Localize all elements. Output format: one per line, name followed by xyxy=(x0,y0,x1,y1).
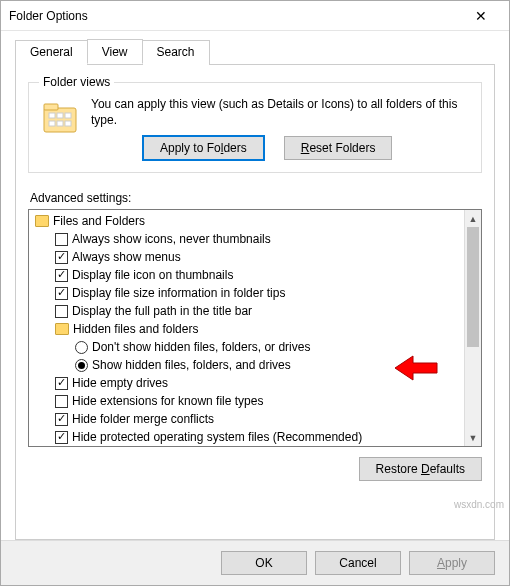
reset-folders-button[interactable]: Reset Folders xyxy=(284,136,393,160)
option-hide-protected-os[interactable]: ✓ Hide protected operating system files … xyxy=(29,428,464,446)
svg-rect-4 xyxy=(65,113,71,118)
checkbox-icon[interactable] xyxy=(55,233,68,246)
checkbox-icon[interactable]: ✓ xyxy=(55,377,68,390)
svg-rect-1 xyxy=(44,104,58,110)
option-hide-empty-drives[interactable]: ✓ Hide empty drives xyxy=(29,374,464,392)
option-label: Hidden files and folders xyxy=(73,322,198,336)
svg-rect-0 xyxy=(44,108,76,132)
checkbox-icon[interactable] xyxy=(55,395,68,408)
folder-views-legend: Folder views xyxy=(39,75,114,89)
folder-views-icon xyxy=(39,97,81,139)
option-label: Hide empty drives xyxy=(72,376,168,390)
folder-icon xyxy=(35,215,49,227)
option-label: Hide folder merge conflicts xyxy=(72,412,214,426)
folder-options-window: Folder Options ✕ General View Search Fol… xyxy=(0,0,510,586)
option-hide-extensions[interactable]: Hide extensions for known file types xyxy=(29,392,464,410)
svg-rect-6 xyxy=(57,121,63,126)
advanced-settings-label: Advanced settings: xyxy=(30,191,482,205)
close-icon[interactable]: ✕ xyxy=(461,8,501,24)
option-label: Always show menus xyxy=(72,250,181,264)
option-file-icon-thumb[interactable]: ✓ Display file icon on thumbnails xyxy=(29,266,464,284)
folder-views-desc: You can apply this view (such as Details… xyxy=(91,97,471,128)
option-label: Display file size information in folder … xyxy=(72,286,285,300)
option-label: Hide extensions for known file types xyxy=(72,394,263,408)
titlebar: Folder Options ✕ xyxy=(1,1,509,31)
option-label: Display file icon on thumbnails xyxy=(72,268,233,282)
option-label: Display the full path in the title bar xyxy=(72,304,252,318)
tree-scrollbar[interactable]: ▲ ▼ xyxy=(464,210,481,446)
scroll-track[interactable] xyxy=(465,227,481,429)
option-full-path-title[interactable]: Display the full path in the title bar xyxy=(29,302,464,320)
radio-icon[interactable] xyxy=(75,341,88,354)
tab-search[interactable]: Search xyxy=(142,40,210,65)
radio-icon[interactable] xyxy=(75,359,88,372)
scroll-down-icon[interactable]: ▼ xyxy=(465,429,481,446)
checkbox-icon[interactable]: ✓ xyxy=(55,269,68,282)
folder-views-group: Folder views xyxy=(28,75,482,173)
svg-rect-3 xyxy=(57,113,63,118)
tab-strip: General View Search xyxy=(15,39,495,64)
checkbox-icon[interactable]: ✓ xyxy=(55,287,68,300)
cancel-button[interactable]: Cancel xyxy=(315,551,401,575)
option-hide-merge-conflicts[interactable]: ✓ Hide folder merge conflicts xyxy=(29,410,464,428)
dialog-footer: OK Cancel Apply xyxy=(1,540,509,585)
option-file-size-tips[interactable]: ✓ Display file size information in folde… xyxy=(29,284,464,302)
option-label: Always show icons, never thumbnails xyxy=(72,232,271,246)
checkbox-icon[interactable]: ✓ xyxy=(55,413,68,426)
svg-rect-7 xyxy=(65,121,71,126)
scroll-up-icon[interactable]: ▲ xyxy=(465,210,481,227)
option-label: Don't show hidden files, folders, or dri… xyxy=(92,340,310,354)
tab-panel-view: Folder views xyxy=(15,64,495,540)
tree-list[interactable]: Files and Folders Always show icons, nev… xyxy=(29,210,464,446)
advanced-settings-tree: Files and Folders Always show icons, nev… xyxy=(28,209,482,447)
checkbox-icon[interactable]: ✓ xyxy=(55,431,68,444)
option-always-menus[interactable]: ✓ Always show menus xyxy=(29,248,464,266)
tab-general[interactable]: General xyxy=(15,40,88,65)
option-always-icons[interactable]: Always show icons, never thumbnails xyxy=(29,230,464,248)
ok-button[interactable]: OK xyxy=(221,551,307,575)
tab-view[interactable]: View xyxy=(87,39,143,64)
option-dont-show-hidden[interactable]: Don't show hidden files, folders, or dri… xyxy=(29,338,464,356)
option-label: Hide protected operating system files (R… xyxy=(72,430,362,444)
tree-root-label: Files and Folders xyxy=(53,214,145,228)
window-title: Folder Options xyxy=(9,9,461,23)
checkbox-icon[interactable]: ✓ xyxy=(55,251,68,264)
apply-to-folders-button[interactable]: Apply to Folders xyxy=(143,136,264,160)
svg-rect-2 xyxy=(49,113,55,118)
scroll-thumb[interactable] xyxy=(467,227,479,347)
checkbox-icon[interactable] xyxy=(55,305,68,318)
svg-rect-5 xyxy=(49,121,55,126)
restore-defaults-button[interactable]: Restore Defaults xyxy=(359,457,482,481)
tree-root: Files and Folders xyxy=(29,212,464,230)
option-show-hidden[interactable]: Show hidden files, folders, and drives xyxy=(29,356,464,374)
folder-icon xyxy=(55,323,69,335)
apply-button: Apply xyxy=(409,551,495,575)
content-area: General View Search Folder views xyxy=(1,31,509,540)
watermark-text: wsxdn.com xyxy=(454,499,504,510)
group-hidden-files: Hidden files and folders xyxy=(29,320,464,338)
option-label: Show hidden files, folders, and drives xyxy=(92,358,291,372)
